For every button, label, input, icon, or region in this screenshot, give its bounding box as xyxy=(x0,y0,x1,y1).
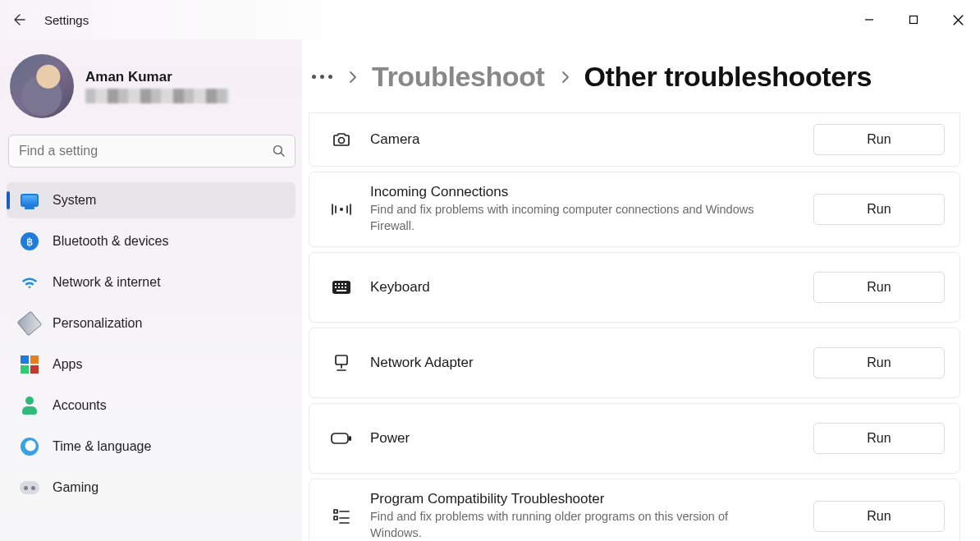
minimize-button[interactable] xyxy=(847,0,891,39)
arrow-left-icon xyxy=(12,12,27,27)
camera-icon xyxy=(326,130,357,149)
profile-name: Aman Kumar xyxy=(85,69,229,85)
svg-rect-16 xyxy=(349,436,351,441)
search-icon[interactable] xyxy=(272,144,286,158)
network-adapter-icon xyxy=(326,353,357,373)
sidebar-item-label: System xyxy=(53,193,96,208)
search-box[interactable] xyxy=(8,135,295,167)
troubleshooter-title: Program Compatibility Troubleshooter xyxy=(370,491,800,507)
main-content: Troubleshoot Other troubleshooters Camer… xyxy=(302,39,980,541)
sidebar: Aman Kumar System ฿ Bluetooth & devices xyxy=(0,39,302,541)
troubleshooter-title: Network Adapter xyxy=(370,355,800,371)
troubleshooter-program-compatibility: Program Compatibility Troubleshooter Fin… xyxy=(309,479,960,541)
window-controls xyxy=(847,0,980,39)
sidebar-item-network[interactable]: Network & internet xyxy=(7,264,295,300)
run-button[interactable]: Run xyxy=(813,347,945,378)
sidebar-item-time-language[interactable]: Time & language xyxy=(7,429,295,465)
titlebar: Settings xyxy=(0,0,980,39)
troubleshooter-incoming-connections: Incoming Connections Find and fix proble… xyxy=(309,172,960,247)
list-check-icon xyxy=(326,507,357,526)
svg-rect-9 xyxy=(335,287,337,288)
troubleshooter-camera: Camera Run xyxy=(309,112,960,167)
sidebar-item-label: Accounts xyxy=(53,398,107,413)
svg-rect-15 xyxy=(332,433,348,443)
clock-globe-icon xyxy=(20,437,39,456)
person-icon xyxy=(20,396,39,415)
svg-rect-14 xyxy=(336,355,347,364)
profile-block[interactable]: Aman Kumar xyxy=(7,49,295,133)
signal-icon xyxy=(326,199,357,219)
troubleshooter-title: Power xyxy=(370,430,800,447)
sidebar-item-bluetooth[interactable]: ฿ Bluetooth & devices xyxy=(7,223,295,259)
svg-rect-10 xyxy=(338,287,340,288)
run-button[interactable]: Run xyxy=(813,124,945,155)
svg-rect-8 xyxy=(345,283,346,285)
troubleshooter-keyboard: Keyboard Run xyxy=(309,252,960,323)
sidebar-item-accounts[interactable]: Accounts xyxy=(7,387,295,424)
paintbrush-icon xyxy=(20,314,39,333)
keyboard-icon xyxy=(326,280,357,295)
maximize-icon xyxy=(909,15,918,25)
sidebar-item-gaming[interactable]: Gaming xyxy=(7,470,295,506)
run-button[interactable]: Run xyxy=(813,501,945,532)
sidebar-item-label: Apps xyxy=(53,357,82,372)
bluetooth-icon: ฿ xyxy=(20,232,39,251)
close-icon xyxy=(953,15,964,25)
profile-info: Aman Kumar xyxy=(85,69,229,103)
breadcrumb: Troubleshoot Other troubleshooters xyxy=(309,61,960,93)
run-button[interactable]: Run xyxy=(813,272,945,303)
troubleshooter-power: Power Run xyxy=(309,403,960,474)
svg-rect-18 xyxy=(334,516,337,520)
sidebar-item-personalization[interactable]: Personalization xyxy=(7,305,295,342)
sidebar-item-system[interactable]: System xyxy=(7,182,295,218)
breadcrumb-parent[interactable]: Troubleshoot xyxy=(372,61,545,93)
svg-rect-17 xyxy=(334,510,337,513)
svg-rect-7 xyxy=(341,283,343,285)
svg-rect-13 xyxy=(337,290,346,291)
run-button[interactable]: Run xyxy=(813,423,945,454)
troubleshooter-title: Incoming Connections xyxy=(370,184,800,200)
chevron-right-icon xyxy=(560,71,570,84)
back-button[interactable] xyxy=(0,0,39,39)
breadcrumb-overflow-button[interactable] xyxy=(312,75,332,79)
chevron-right-icon xyxy=(347,71,357,84)
sidebar-item-apps[interactable]: Apps xyxy=(7,346,295,383)
sidebar-item-label: Network & internet xyxy=(53,275,161,290)
gamepad-icon xyxy=(20,478,39,497)
sidebar-item-label: Time & language xyxy=(53,439,151,454)
svg-rect-12 xyxy=(345,287,346,288)
sidebar-item-label: Personalization xyxy=(53,316,142,331)
monitor-icon xyxy=(20,190,39,210)
window-title: Settings xyxy=(39,13,89,27)
close-button[interactable] xyxy=(936,0,980,39)
profile-email-redacted xyxy=(85,89,229,103)
svg-point-3 xyxy=(340,208,343,211)
avatar xyxy=(10,54,74,118)
troubleshooter-desc: Find and fix problems with incoming comp… xyxy=(370,202,764,234)
battery-icon xyxy=(326,431,357,446)
troubleshooter-network-adapter: Network Adapter Run xyxy=(309,328,960,398)
run-button[interactable]: Run xyxy=(813,194,945,225)
troubleshooter-desc: Find and fix problems with running older… xyxy=(370,509,764,541)
troubleshooter-title: Camera xyxy=(370,131,800,148)
svg-rect-6 xyxy=(338,283,340,285)
search-input[interactable] xyxy=(19,144,262,158)
svg-point-2 xyxy=(339,138,345,144)
sidebar-item-label: Bluetooth & devices xyxy=(53,234,168,249)
minimize-icon xyxy=(864,15,874,25)
sidebar-item-label: Gaming xyxy=(53,480,98,495)
nav-list: System ฿ Bluetooth & devices Network & i… xyxy=(7,182,295,506)
svg-rect-5 xyxy=(335,283,337,285)
wifi-icon xyxy=(20,273,39,292)
troubleshooter-title: Keyboard xyxy=(370,279,800,296)
svg-rect-0 xyxy=(910,16,918,24)
apps-grid-icon xyxy=(20,355,39,374)
breadcrumb-current: Other troubleshooters xyxy=(584,61,872,93)
svg-rect-11 xyxy=(341,287,343,288)
maximize-button[interactable] xyxy=(891,0,936,39)
troubleshooter-list: Camera Run Incoming Connections Find and… xyxy=(309,112,960,541)
